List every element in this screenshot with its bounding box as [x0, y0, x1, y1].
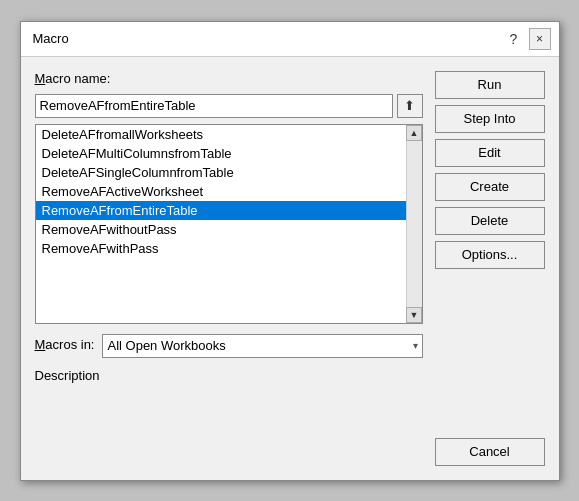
macro-dialog: Macro ? × Macro name: ⬆ De: [20, 21, 560, 481]
list-scrollbar: ▲ ▼: [406, 125, 422, 323]
scroll-down-arrow[interactable]: ▼: [406, 307, 422, 323]
title-bar-controls: ? ×: [503, 28, 551, 50]
macro-list-container: DeleteAFfromallWorksheetsDeleteAFMultiCo…: [35, 124, 423, 324]
list-item[interactable]: DeleteAFMultiColumnsfromTable: [36, 144, 406, 163]
macros-in-label: Macros in:: [35, 337, 95, 352]
description-label: Description: [35, 368, 423, 383]
dialog-body: Macro name: ⬆ DeleteAFfromallWorksheetsD…: [21, 57, 559, 480]
list-item[interactable]: DeleteAFfromallWorksheets: [36, 125, 406, 144]
edit-button[interactable]: Edit: [435, 139, 545, 167]
create-button[interactable]: Create: [435, 173, 545, 201]
upload-button[interactable]: ⬆: [397, 94, 423, 118]
scroll-track[interactable]: [407, 141, 422, 307]
delete-button[interactable]: Delete: [435, 207, 545, 235]
left-panel: Macro name: ⬆ DeleteAFfromallWorksheetsD…: [35, 71, 423, 466]
macro-list: DeleteAFfromallWorksheetsDeleteAFMultiCo…: [36, 125, 406, 323]
cancel-button[interactable]: Cancel: [435, 438, 545, 466]
scroll-up-arrow[interactable]: ▲: [406, 125, 422, 141]
step-into-button[interactable]: Step Into: [435, 105, 545, 133]
title-bar: Macro ? ×: [21, 22, 559, 57]
close-button[interactable]: ×: [529, 28, 551, 50]
macro-name-label: Macro name:: [35, 71, 423, 86]
macros-in-select-wrapper: All Open Workbooks ▾: [102, 334, 422, 358]
run-button[interactable]: Run: [435, 71, 545, 99]
macro-name-input[interactable]: [35, 94, 393, 118]
upload-icon: ⬆: [404, 98, 415, 113]
macro-name-row: ⬆: [35, 94, 423, 118]
macros-in-row: Macros in: All Open Workbooks ▾: [35, 334, 423, 358]
right-panel: Run Step Into Edit Create Delete Options…: [435, 71, 545, 466]
options-button[interactable]: Options...: [435, 241, 545, 269]
list-item[interactable]: RemoveAFActiveWorksheet: [36, 182, 406, 201]
list-item[interactable]: RemoveAFwithoutPass: [36, 220, 406, 239]
macros-in-select[interactable]: All Open Workbooks: [107, 338, 412, 353]
list-item[interactable]: DeleteAFSingleColumnfromTable: [36, 163, 406, 182]
help-button[interactable]: ?: [503, 28, 525, 50]
list-item[interactable]: RemoveAFfromEntireTable: [36, 201, 406, 220]
dialog-title: Macro: [33, 31, 69, 46]
description-area: [35, 391, 423, 466]
list-item[interactable]: RemoveAFwithPass: [36, 239, 406, 258]
dropdown-arrow-icon: ▾: [413, 340, 418, 351]
